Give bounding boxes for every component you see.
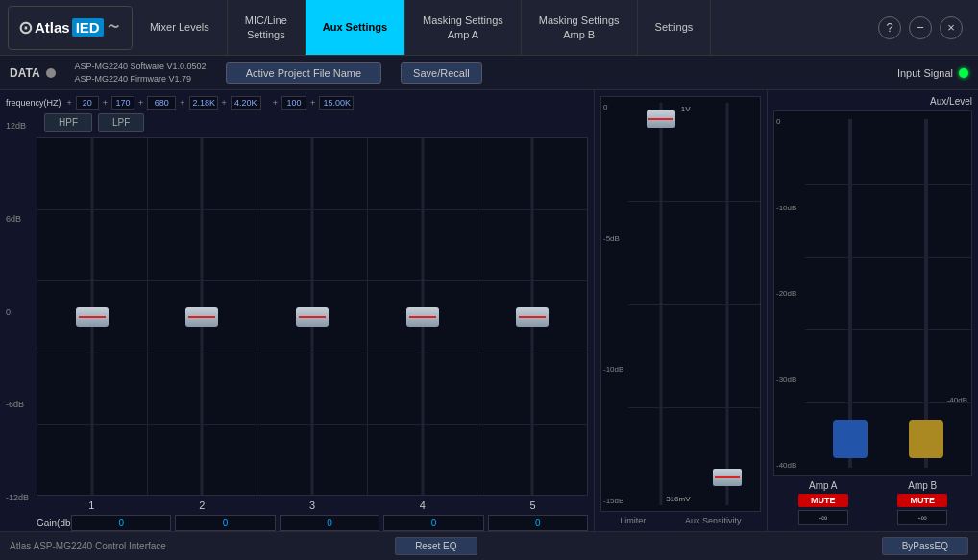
aux-sens-knob[interactable] (713, 469, 742, 486)
db-40-label: -40dB (947, 396, 967, 404)
limiter-grid: 0 -5dB -10dB -15dB 1V (600, 96, 761, 512)
close-button[interactable]: × (940, 16, 963, 39)
eq-channel-3 (257, 138, 368, 495)
aux-level-section: Aux/Level 0 -10dB -20dB -30dB -40dB -40d… (768, 90, 978, 531)
plus-icon-4[interactable]: + (180, 98, 184, 108)
lim-top-value: 1V (681, 105, 691, 113)
gain-value-5[interactable]: 0 (488, 515, 588, 531)
amp-a-volume-display: -∞ (798, 510, 848, 525)
eq-channel-2 (148, 138, 258, 495)
amp-b-controls: Amp B MUTE -∞ (897, 480, 947, 525)
aux-grid-line-1 (805, 184, 971, 185)
amp-a-mute-button[interactable]: MUTE (798, 494, 848, 507)
eq-fader-grid (37, 137, 588, 496)
window-controls: ? − × (878, 16, 970, 39)
channel-numbers-row: 1 2 3 4 5 (37, 499, 588, 511)
gain-value-1[interactable]: 0 (71, 515, 171, 531)
data-label: DATA (10, 66, 56, 80)
limiter-fader-wrap: 1V 316mV (632, 103, 691, 505)
fader-line-1 (79, 316, 106, 318)
aux-sens-track (725, 103, 728, 505)
amp-a-knob[interactable] (833, 420, 868, 458)
aux-grid-line-2 (805, 257, 971, 258)
gain-value-3[interactable]: 0 (280, 515, 379, 531)
right-panel: 0 -5dB -10dB -15dB 1V (594, 90, 978, 531)
software-info: ASP-MG2240 Software V1.0.0502 ASP-MG2240… (75, 61, 207, 85)
plus-icon-5[interactable]: + (222, 98, 227, 108)
amp-b-mute-button[interactable]: MUTE (897, 494, 947, 507)
lim-fader-knob[interactable] (647, 110, 675, 128)
save-recall-button[interactable]: Save/Recall (401, 62, 482, 84)
project-file-button[interactable]: Active Project File Name (226, 62, 381, 84)
top-nav-bar: ⊙ Atlas IED 〜 Mixer Levels MIC/LineSetti… (0, 0, 978, 56)
plus-icon-1[interactable]: + (67, 98, 72, 108)
gain-row: Gain(db) 0 0 0 0 0 (37, 515, 588, 531)
input-signal-indicator (959, 68, 968, 78)
ch-num-5: 5 (477, 499, 588, 511)
limiter-y-labels: 0 -5dB -10dB -15dB (601, 97, 628, 511)
fader-line-4 (409, 316, 436, 318)
lpf-button[interactable]: LPF (98, 113, 144, 132)
fader-knob-2[interactable] (185, 307, 218, 327)
amp-a-track (848, 119, 852, 468)
amp-a-label: Amp A (809, 480, 837, 491)
freq-value-4[interactable]: 2.18K (189, 96, 218, 110)
logo-atlas: Atlas (35, 19, 70, 36)
status-row: DATA ASP-MG2240 Software V1.0.0502 ASP-M… (0, 56, 978, 90)
gain-value-4[interactable]: 0 (383, 515, 483, 531)
amp-a-controls: Amp A MUTE -∞ (798, 480, 848, 525)
reset-eq-button[interactable]: Reset EQ (395, 537, 477, 555)
plus-icon-3[interactable]: + (138, 98, 143, 108)
freq-value-hpf[interactable]: 100 (281, 96, 306, 110)
amp-controls-row: Amp A MUTE -∞ Amp B MUTE -∞ (773, 480, 972, 525)
aux-sens-fader-wrap (698, 103, 757, 505)
tab-masking-b[interactable]: Masking SettingsAmp B (522, 0, 638, 55)
minimize-button[interactable]: − (909, 16, 932, 39)
gain-value-2[interactable]: 0 (175, 515, 275, 531)
app-label: Atlas ASP-MG2240 Control Interface (10, 541, 376, 551)
fader-knob-4[interactable] (406, 307, 439, 327)
fader-knob-5[interactable] (516, 307, 549, 327)
freq-value-3[interactable]: 680 (147, 96, 176, 110)
nav-tabs: Mixer Levels MIC/LineSettings Aux Settin… (133, 0, 878, 55)
input-signal-area: Input Signal (897, 67, 968, 79)
freq-label: frequency(HZ) (6, 98, 61, 108)
fader-knob-1[interactable] (76, 307, 109, 327)
tab-masking-a[interactable]: Masking SettingsAmp A (405, 0, 522, 55)
freq-value-1[interactable]: 20 (76, 96, 99, 110)
filter-row: HPF LPF (37, 113, 588, 132)
logo-ied: IED (72, 18, 104, 37)
gain-label: Gain(db) (37, 518, 67, 528)
gain-values: 0 0 0 0 0 (71, 515, 588, 531)
ch-num-1: 1 (37, 499, 147, 511)
freq-value-5[interactable]: 4.20K (231, 96, 261, 110)
fader-knob-3[interactable] (296, 307, 329, 327)
fader-line-3 (299, 316, 326, 318)
logo-text: ⊙ Atlas IED 〜 (18, 17, 119, 38)
data-indicator (46, 68, 56, 78)
help-button[interactable]: ? (878, 16, 901, 39)
amp-b-track (924, 119, 928, 468)
amp-b-label: Amp B (908, 480, 937, 491)
tab-mixer[interactable]: Mixer Levels (133, 0, 228, 55)
bypass-eq-button[interactable]: ByPassEQ (882, 537, 968, 555)
tab-aux-settings[interactable]: Aux Settings (306, 0, 405, 55)
tab-settings[interactable]: Settings (638, 0, 712, 55)
freq-value-2[interactable]: 170 (111, 96, 134, 110)
amp-b-fader-col (924, 119, 928, 468)
hpf-button[interactable]: HPF (44, 113, 92, 132)
ch-num-4: 4 (367, 499, 477, 511)
plus-icon-2[interactable]: + (103, 98, 108, 108)
amp-faders (805, 111, 971, 475)
amp-b-knob[interactable] (909, 420, 943, 458)
lim-fader-track (660, 103, 663, 505)
lim-bottom-value: 316mV (666, 495, 690, 503)
lim-fader-line (648, 118, 673, 120)
eq-y-labels: 12dB 6dB 0 -6dB -12dB (6, 113, 37, 531)
freq-value-lpf[interactable]: 15.00K (319, 96, 354, 110)
aux-sens-line (715, 476, 740, 478)
aux-y-labels: 0 -10dB -20dB -30dB -40dB (774, 111, 805, 475)
tab-mic-line[interactable]: MIC/LineSettings (228, 0, 306, 55)
ch-num-2: 2 (147, 499, 257, 511)
limiter-bottom-labels: Limiter Aux Sensitivity (600, 516, 761, 525)
